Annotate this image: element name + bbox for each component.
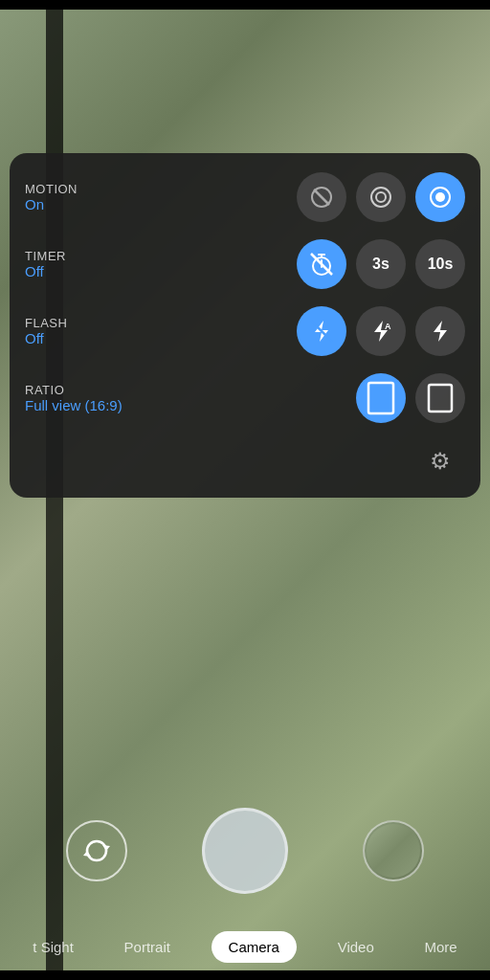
svg-point-5 (435, 192, 445, 202)
ratio-label: RATIO Full view (16:9) (25, 383, 159, 413)
gallery-thumbnail (367, 824, 420, 878)
ratio-row: RATIO Full view (16:9) (25, 373, 465, 423)
timer-value: Off (25, 263, 159, 279)
svg-marker-19 (83, 851, 91, 857)
flip-camera-btn[interactable] (66, 820, 127, 881)
timer-10s-label: 10s (428, 256, 454, 273)
camera-controls (0, 808, 490, 894)
mode-camera[interactable]: Camera (212, 931, 297, 963)
flash-off-btn[interactable] (297, 306, 346, 356)
timer-off-btn[interactable] (297, 239, 346, 289)
ratio-169-btn[interactable] (356, 373, 406, 423)
ratio-value: Full view (16:9) (25, 397, 159, 413)
flash-title: FLASH (25, 316, 159, 330)
mode-portrait[interactable]: Portrait (115, 931, 180, 963)
timer-controls: 3s 10s (297, 239, 465, 289)
svg-marker-15 (434, 321, 447, 342)
timer-3s-label: 3s (372, 256, 390, 273)
motion-title: MOTION (25, 182, 159, 196)
gallery-button[interactable] (363, 820, 424, 881)
motion-off-btn[interactable] (297, 172, 346, 222)
motion-on-btn[interactable] (415, 172, 465, 222)
shutter-button[interactable] (202, 808, 288, 894)
svg-text:A: A (385, 322, 391, 331)
flash-auto-btn[interactable]: A (356, 306, 406, 356)
mode-night-sight[interactable]: t Sight (23, 931, 83, 963)
motion-controls (297, 172, 465, 222)
flash-controls: A (297, 306, 465, 356)
timer-10s-btn[interactable]: 10s (415, 239, 465, 289)
timer-3s-btn[interactable]: 3s (356, 239, 406, 289)
frame-top (0, 0, 490, 10)
timer-row: TIMER Off 3s 10s (25, 239, 465, 289)
svg-marker-18 (102, 845, 110, 851)
svg-line-1 (314, 189, 329, 205)
motion-mid-btn[interactable] (356, 172, 406, 222)
gear-row: ⚙ (25, 440, 465, 482)
motion-value: On (25, 196, 159, 212)
timer-label: TIMER Off (25, 249, 159, 279)
motion-label: MOTION On (25, 182, 159, 212)
svg-point-2 (371, 188, 390, 207)
svg-rect-17 (429, 385, 452, 412)
flash-value: Off (25, 330, 159, 346)
mode-bar: t Sight Portrait Camera Video More (0, 931, 490, 963)
ratio-title: RATIO (25, 383, 159, 397)
settings-panel: MOTION On (10, 153, 480, 498)
ratio-43-btn[interactable] (415, 373, 465, 423)
settings-gear-btn[interactable]: ⚙ (419, 440, 461, 482)
flash-on-btn[interactable] (415, 306, 465, 356)
camera-container: MOTION On (0, 0, 490, 980)
svg-rect-16 (368, 383, 393, 413)
flash-label: FLASH Off (25, 316, 159, 346)
frame-bottom (0, 970, 490, 980)
flash-row: FLASH Off A (25, 306, 465, 356)
mode-video[interactable]: Video (328, 931, 384, 963)
ratio-controls (356, 373, 465, 423)
timer-title: TIMER (25, 249, 159, 263)
mode-more[interactable]: More (414, 931, 466, 963)
motion-row: MOTION On (25, 172, 465, 222)
svg-point-3 (376, 192, 386, 202)
